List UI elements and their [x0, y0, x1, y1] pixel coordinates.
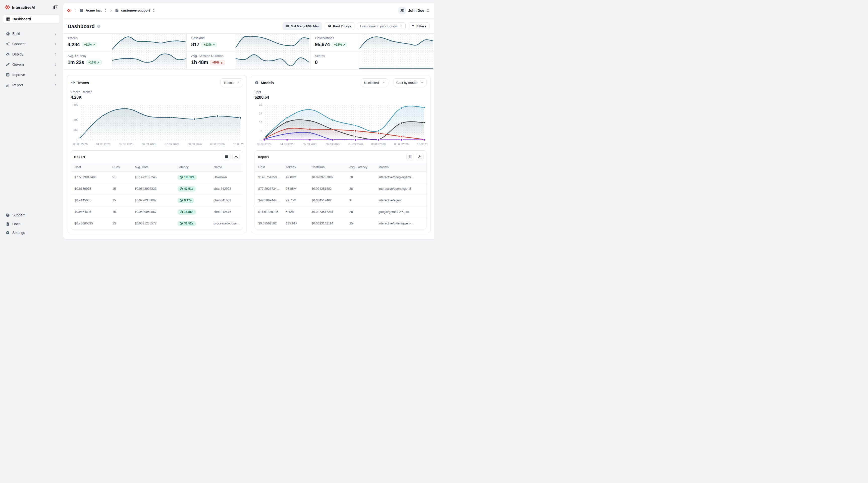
- table-row[interactable]: $0.946439515$0.063095966718.86schat-3424…: [71, 206, 243, 218]
- sidebar-item-connect[interactable]: Connect: [3, 39, 60, 49]
- kpi-value: 1h 48m: [191, 60, 208, 65]
- models-panel-title: Models: [261, 80, 359, 85]
- sidebar-item-label: Build: [12, 32, 52, 36]
- table-cell: 3: [346, 195, 375, 206]
- table-cell: interactive/openai/gpt-5: [375, 183, 427, 195]
- models-select[interactable]: 6 selected: [361, 78, 388, 87]
- column-header-models[interactable]: Models: [375, 163, 427, 171]
- table-cell: interactive/google/gemi…: [375, 171, 427, 183]
- kpi-value: 0: [315, 60, 318, 65]
- filters-button[interactable]: Filters: [408, 22, 430, 30]
- panels-row: Traces Traces Traces Tracked 4.28K 88050…: [63, 69, 434, 233]
- trend-badge: +13% ↗: [86, 60, 102, 65]
- kpi-grid: Traces4,284+11% ↗Sessions817+13% ↗Observ…: [63, 33, 434, 69]
- info-icon[interactable]: [97, 24, 101, 28]
- brand-row: InteractiveAI: [3, 3, 60, 14]
- quick-range-button[interactable]: Past 7 days: [325, 22, 354, 30]
- project-name[interactable]: customer-support: [121, 8, 150, 12]
- sidebar-item-govern[interactable]: Govern: [3, 60, 60, 69]
- column-header-cost[interactable]: Cost: [71, 163, 109, 171]
- sidebar-item-report[interactable]: Report: [3, 80, 60, 90]
- sidebar-item-settings[interactable]: Settings: [3, 229, 60, 237]
- environment-select[interactable]: Environment: production: [357, 22, 406, 30]
- column-header-avg-cost[interactable]: Avg. Cost: [131, 163, 174, 171]
- sidebar-collapse-icon[interactable]: [54, 5, 58, 9]
- columns-toggle-button[interactable]: [223, 153, 230, 160]
- table-cell: $11.91839125: [255, 206, 282, 218]
- table-cell: chat-341663: [210, 195, 243, 206]
- date-range-button[interactable]: 3rd Mar - 10th Mar: [283, 22, 322, 30]
- kpi-value-row: 0: [315, 60, 359, 65]
- download-button[interactable]: [416, 153, 424, 160]
- kpi-value: 4,284: [68, 42, 80, 47]
- columns-toggle-button[interactable]: [406, 153, 414, 160]
- table-cell: $47.5869444…: [255, 195, 282, 206]
- chevron-right-icon: [109, 9, 113, 12]
- kpi-sessions: Sessions817+13% ↗: [187, 34, 310, 52]
- kpi-label: Traces: [68, 36, 111, 40]
- table-row[interactable]: $11.918391255.12M$0.037361728128google/g…: [255, 206, 427, 218]
- traces-metric-select[interactable]: Traces: [220, 78, 243, 87]
- kpi-sparkline: [235, 52, 310, 69]
- column-header-cost[interactable]: Cost: [255, 163, 282, 171]
- column-header-cost-run[interactable]: Cost/Run: [308, 163, 346, 171]
- svg-text:08.03.2026: 08.03.2026: [187, 142, 202, 146]
- table-row[interactable]: $143.754350…49.09M$0.020973789218interac…: [255, 171, 427, 183]
- table-row[interactable]: $47.5869444…79.75M$0.0045174623interacti…: [255, 195, 427, 206]
- table-cell: 1m 12s: [174, 171, 210, 183]
- traces-metric-value: 4.28K: [71, 95, 243, 100]
- sidebar-item-label: Deploy: [12, 52, 52, 56]
- sidebar-item-dashboard[interactable]: Dashboard: [3, 14, 60, 24]
- filter-icon: [411, 24, 415, 28]
- kpi-value: 817: [191, 42, 199, 47]
- table-cell: $0.0023142114: [308, 218, 346, 229]
- kpi-label: Avg. Latency: [68, 54, 111, 58]
- user-menu[interactable]: JD John Doe: [398, 7, 430, 14]
- svg-text:07.03.2026: 07.03.2026: [164, 142, 179, 146]
- kpi-text: Sessions817+13% ↗: [187, 34, 235, 51]
- models-metric-select[interactable]: Cost by model: [393, 78, 427, 87]
- table-row[interactable]: $0.4306062513$0.033123557731.52sprocesse…: [71, 218, 243, 229]
- level-icon: [5, 63, 10, 67]
- sidebar-item-improve[interactable]: Improve: [3, 70, 60, 79]
- column-header-name[interactable]: Name: [210, 163, 243, 171]
- toolbar: 3rd Mar - 10th Mar Past 7 days Environme…: [283, 22, 430, 30]
- chevron-down-icon: [237, 81, 240, 85]
- table-cell: 18.86s: [174, 206, 210, 218]
- table-cell: $0.024351882: [308, 183, 346, 195]
- kpi-sparkline: [111, 52, 186, 69]
- sidebar-item-build[interactable]: Build: [3, 29, 60, 38]
- waveform-icon: [71, 80, 75, 85]
- chevron-down-icon: [400, 24, 402, 28]
- table-cell: 76.85M: [282, 183, 308, 195]
- models-report-table: CostTokensCost/RunAvg. LatencyModels$143…: [255, 163, 427, 229]
- table-row[interactable]: $0.08562582135.91K$0.002314211425interac…: [255, 218, 427, 229]
- org-name[interactable]: Acme Inc.: [86, 8, 102, 12]
- table-cell: $0.43060625: [71, 218, 109, 229]
- table-cell: $77.2928734…: [255, 183, 282, 195]
- org-switcher-icon[interactable]: [104, 9, 107, 12]
- sidebar-item-deploy[interactable]: Deploy: [3, 50, 60, 59]
- traces-report-card: Report CostRunsAvg. CostLatencyName$7.50…: [71, 150, 243, 229]
- column-header-latency[interactable]: Latency: [174, 163, 210, 171]
- table-cell: 15: [109, 206, 131, 218]
- column-header-runs[interactable]: Runs: [109, 163, 131, 171]
- table-row[interactable]: $77.2928734…76.85M$0.02435188228interact…: [255, 183, 427, 195]
- chevron-right-icon: [54, 32, 57, 35]
- breadcrumb-logo-icon[interactable]: [67, 8, 71, 13]
- download-button[interactable]: [232, 153, 240, 160]
- table-row[interactable]: $0.815997515$0.054399833343.91schat-3429…: [71, 183, 243, 195]
- topbar: Acme Inc. customer-support JD John Doe: [63, 2, 434, 19]
- svg-text:09.03.2026: 09.03.2026: [394, 142, 409, 146]
- table-cell: $0.8159975: [71, 183, 109, 195]
- kpi-traces: Traces4,284+11% ↗: [63, 34, 187, 52]
- column-header-avg-latency[interactable]: Avg. Latency: [346, 163, 375, 171]
- column-header-tokens[interactable]: Tokens: [282, 163, 308, 171]
- chevron-down-icon: [421, 81, 424, 85]
- sidebar-item-docs[interactable]: Docs: [3, 220, 60, 228]
- chevron-right-icon: [74, 9, 78, 12]
- sidebar-item-support[interactable]: ?Support: [3, 211, 60, 219]
- table-row[interactable]: $7.507991749851$0.14721552451m 12sUnknow…: [71, 171, 243, 183]
- table-row[interactable]: $0.414500515$0.02763336679.17schat-34166…: [71, 195, 243, 206]
- project-switcher-icon[interactable]: [152, 9, 155, 12]
